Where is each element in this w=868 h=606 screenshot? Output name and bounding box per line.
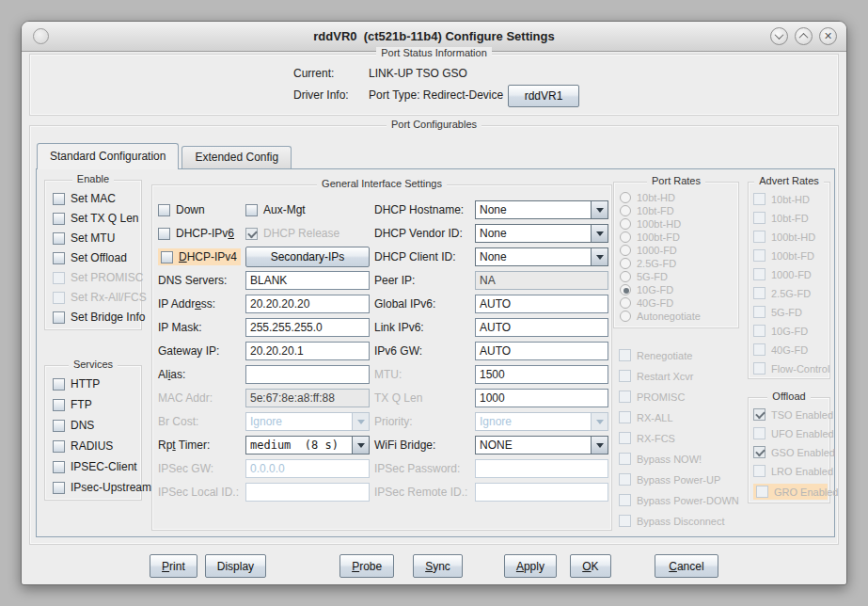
checkbox-icon <box>619 349 631 361</box>
ok-button[interactable]: OK <box>570 554 611 578</box>
checkbox-dns[interactable]: DNS <box>53 419 135 432</box>
gateway-ip-input[interactable]: 20.20.20.1 <box>245 342 370 360</box>
checkbox-icon <box>53 440 65 453</box>
checkbox-set-mac[interactable]: Set MAC <box>53 192 135 205</box>
checkbox-icon <box>753 465 765 477</box>
port-rates-column: Port Rates 10bt-HD 10bt-FD 100bt-HD 100b… <box>613 182 739 535</box>
checkbox-set-bridge-info[interactable]: Set Bridge Info <box>53 311 135 324</box>
br-cost-label: Br Cost: <box>158 415 241 428</box>
current-status-row: Current: LINK-UP TSO GSO <box>293 67 467 80</box>
checkbox-icon <box>53 378 65 391</box>
wifi-bridge-select[interactable]: NONE <box>475 436 608 454</box>
checkbox-radius[interactable]: RADIUS <box>53 439 135 453</box>
dropdown-arrow-icon[interactable] <box>591 201 608 218</box>
tab-extended-config[interactable]: Extended Config <box>181 146 292 168</box>
checkbox-renegotiate: Renegotiate <box>619 349 739 361</box>
link-ipv6-input[interactable]: AUTO <box>475 318 608 337</box>
checkbox-http[interactable]: HTTP <box>53 377 135 391</box>
checkbox-flow-control: Flow-Control <box>753 362 828 375</box>
checkbox-icon <box>53 420 65 432</box>
cancel-button[interactable]: Cancel <box>655 554 718 578</box>
checkbox-icon <box>158 204 170 216</box>
checkbox-icon <box>619 432 631 444</box>
checkbox-icon <box>753 306 765 318</box>
checkbox-ipsec-upstream[interactable]: IPsec-Upstream <box>53 481 135 494</box>
port-configurables-group: Port Configurables Standard Configuratio… <box>29 125 839 545</box>
checkbox-adv-10bt-fd: 10bt-FD <box>753 212 828 224</box>
print-button[interactable]: Print <box>150 554 197 578</box>
dns-servers-input[interactable]: BLANK <box>245 271 370 290</box>
radio-icon <box>620 258 631 269</box>
dropdown-arrow-icon[interactable] <box>591 248 608 265</box>
close-button[interactable]: ✕ <box>819 27 837 45</box>
ipsec-gw-input: 0.0.0.0 <box>245 459 370 478</box>
link-ipv6-label: Link IPv6: <box>374 321 470 334</box>
rpt-timer-select[interactable]: medium (8 s) <box>245 436 370 454</box>
checkbox-icon <box>245 228 258 240</box>
priority-label: Priority: <box>374 415 470 428</box>
ipsec-remote-id-input <box>475 483 608 502</box>
checkbox-set-tx-q-len[interactable]: Set TX Q Len <box>53 212 135 225</box>
titlebar: rddVR0 (ct521b-11b4) Configure Settings … <box>22 22 846 52</box>
apply-button[interactable]: Apply <box>504 554 557 578</box>
dhcp-vendor-id-select[interactable]: None <box>475 224 608 243</box>
checkbox-rx-all: RX-ALL <box>619 411 739 423</box>
ipsec-remote-id-label: IPSec Remote ID.: <box>374 486 470 499</box>
checkbox-checked-icon <box>753 446 765 458</box>
advert-column: Advert Rates 10bt-HD 10bt-FD 100bt-HD 10… <box>748 182 830 503</box>
checkbox-icon <box>53 399 65 411</box>
checkbox-aux-mgt[interactable]: Aux-Mgt <box>245 203 370 216</box>
current-label: Current: <box>293 67 369 80</box>
maximize-button[interactable] <box>795 27 813 45</box>
general-settings-grid: Down Aux-Mgt DHCP Hostname: None DHCP-IP… <box>152 185 611 502</box>
left-column: Enable Set MAC Set TX Q Len Set MTU Set … <box>44 180 142 501</box>
peer-port-button[interactable]: rddVR1 <box>508 85 579 107</box>
sync-button[interactable]: Sync <box>413 554 463 578</box>
ipsec-gw-label: IPSec GW: <box>158 462 241 475</box>
checkbox-bypass-power-up: Bypass Power-UP <box>619 473 739 486</box>
ipv6-gw-input[interactable]: AUTO <box>475 342 608 360</box>
checkbox-down[interactable]: Down <box>158 203 241 216</box>
mac-addr-label: MAC Addr: <box>158 391 241 405</box>
checkbox-ipsec-client[interactable]: IPSEC-Client <box>53 460 135 473</box>
close-icon: ✕ <box>824 31 832 41</box>
checkbox-set-offload[interactable]: Set Offload <box>53 251 135 264</box>
minimize-button[interactable] <box>770 27 788 45</box>
checkbox-adv-10g-fd: 10G-FD <box>753 325 828 337</box>
checkbox-icon <box>53 232 65 245</box>
probe-button[interactable]: Probe <box>339 554 394 578</box>
checkbox-icon <box>753 325 765 337</box>
dhcp-client-id-select[interactable]: None <box>475 247 608 266</box>
radio-icon <box>620 271 631 282</box>
mtu-input[interactable]: 1500 <box>475 365 608 384</box>
display-button[interactable]: Display <box>205 554 266 578</box>
tab-standard-configuration[interactable]: Standard Configuration <box>37 143 179 169</box>
checkbox-icon <box>53 252 65 264</box>
secondary-ips-button[interactable]: Secondary-IPs <box>245 247 370 267</box>
global-ipv6-input[interactable]: AUTO <box>475 295 608 313</box>
checkbox-ftp[interactable]: FTP <box>53 398 135 411</box>
ip-address-input[interactable]: 20.20.20.20 <box>245 295 370 313</box>
checkbox-icon <box>53 482 65 494</box>
checkbox-set-rx-all-fcs: Set Rx-All/FCS <box>53 291 135 304</box>
chevron-down-icon <box>775 30 784 40</box>
dropdown-arrow-icon[interactable] <box>352 437 369 454</box>
dhcp-hostname-select[interactable]: None <box>475 200 608 219</box>
checkbox-icon <box>753 268 765 280</box>
center-column: General Interface Settings Down Aux-Mgt … <box>151 184 612 534</box>
ip-mask-input[interactable]: 255.255.255.0 <box>245 318 370 337</box>
checkbox-dhcp-ipv6[interactable]: DHCP-IPv6 <box>158 227 241 240</box>
port-status-group: Port Status Information Current: LINK-UP… <box>29 54 839 116</box>
peer-ip-value: NA <box>475 271 608 290</box>
tx-q-len-input[interactable]: 1000 <box>475 389 608 407</box>
dropdown-arrow-icon <box>591 413 608 430</box>
checkbox-dhcp-ipv4[interactable]: DHCP-IPv4 <box>158 248 241 265</box>
dropdown-arrow-icon[interactable] <box>591 437 608 454</box>
window-menu-button[interactable] <box>33 28 49 44</box>
dropdown-arrow-icon[interactable] <box>591 225 608 242</box>
port-rates-title: Port Rates <box>614 175 738 186</box>
alias-input[interactable] <box>245 365 370 384</box>
checkbox-set-mtu[interactable]: Set MTU <box>53 231 135 245</box>
checkbox-bypass-disconnect: Bypass Disconnect <box>619 515 739 527</box>
enable-group-title: Enable <box>45 173 141 184</box>
